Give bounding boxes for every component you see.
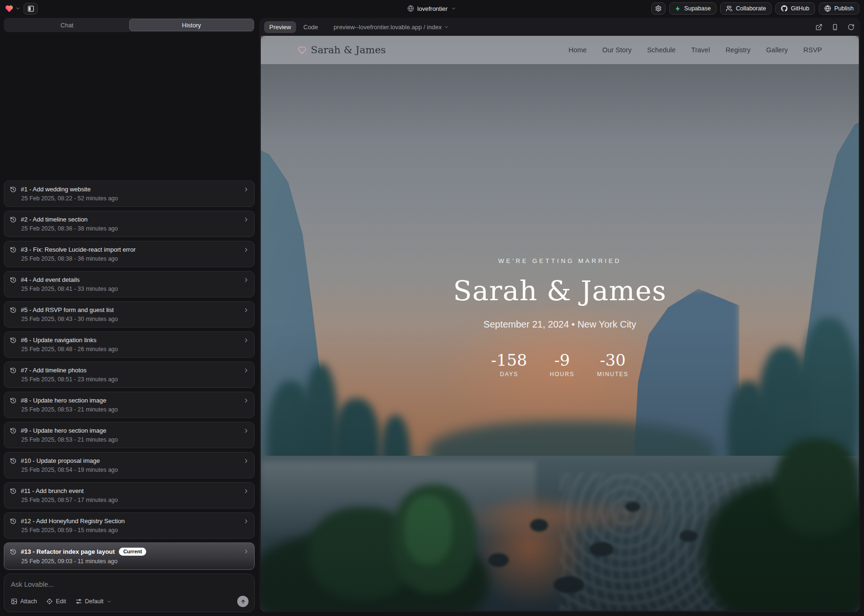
history-item-title: #11 - Add brunch event [21, 487, 83, 494]
nav-rsvp[interactable]: RSVP [804, 46, 822, 54]
github-button[interactable]: GitHub [775, 2, 815, 15]
history-icon [10, 427, 17, 434]
history-item-timestamp: 25 Feb 2025, 08:53 - 21 minutes ago [21, 406, 240, 413]
history-item-timestamp: 25 Feb 2025, 08:38 - 36 minutes ago [21, 255, 240, 262]
history-item-timestamp: 25 Feb 2025, 08:54 - 19 minutes ago [21, 467, 240, 473]
prompt-input[interactable] [11, 581, 249, 588]
history-item-12[interactable]: #12 - Add Honeyfund Registry Section 25 … [4, 512, 255, 539]
tab-preview[interactable]: Preview [264, 21, 296, 33]
countdown-minutes: -30 MINUTES [597, 351, 629, 378]
current-badge: Current [119, 548, 146, 556]
gear-icon [655, 5, 662, 12]
image-icon [11, 598, 17, 605]
history-item-11[interactable]: #11 - Add brunch event 25 Feb 2025, 08:5… [4, 482, 255, 509]
nav-schedule[interactable]: Schedule [647, 46, 675, 54]
chevron-right-icon [243, 246, 249, 253]
nav-gallery[interactable]: Gallery [766, 46, 788, 54]
history-item-5[interactable]: #5 - Add RSVP form and guest list 25 Feb… [4, 301, 255, 328]
site-preview: Sarah & James Home Our Story Schedule Tr… [261, 36, 859, 611]
panel-left-icon [27, 5, 34, 12]
history-icon [10, 518, 17, 525]
hero-title: Sarah & James [453, 275, 666, 307]
history-item-title: #8 - Update hero section image [21, 397, 106, 404]
history-item-3[interactable]: #3 - Fix: Resolve Lucide-react import er… [4, 241, 255, 267]
project-switcher[interactable]: lovefrontier [407, 5, 457, 12]
history-item-1[interactable]: #1 - Add wedding website 25 Feb 2025, 08… [4, 181, 255, 207]
history-item-4[interactable]: #4 - Add event details 25 Feb 2025, 08:4… [4, 271, 255, 297]
chevron-right-icon [243, 367, 249, 374]
globe-icon [407, 5, 414, 12]
history-item-timestamp: 25 Feb 2025, 08:36 - 38 minutes ago [21, 225, 240, 232]
nav-home[interactable]: Home [568, 46, 587, 54]
mobile-view-button[interactable] [831, 24, 839, 31]
collaborate-button[interactable]: Collaborate [720, 2, 772, 15]
sliders-icon [75, 598, 82, 605]
history-item-7[interactable]: #7 - Add timeline photos 25 Feb 2025, 08… [4, 361, 255, 388]
github-icon [781, 5, 788, 12]
nav-travel[interactable]: Travel [691, 46, 710, 54]
site-nav: Home Our Story Schedule Travel Registry … [568, 46, 822, 54]
history-item-title: #12 - Add Honeyfund Registry Section [21, 517, 125, 525]
publish-button[interactable]: Publish [819, 2, 859, 15]
history-item-title: #5 - Add RSVP form and guest list [21, 306, 114, 313]
history-item-8[interactable]: #8 - Update hero section image 25 Feb 20… [4, 392, 255, 418]
attach-button[interactable]: Attach [11, 598, 37, 605]
history-item-title: #1 - Add wedding website [21, 186, 91, 193]
chevron-right-icon [243, 216, 249, 223]
settings-button[interactable] [651, 2, 665, 15]
site-header: Sarah & James Home Our Story Schedule Tr… [261, 36, 859, 64]
hero-section: WE'RE GETTING MARRIED Sarah & James Sept… [261, 36, 859, 611]
history-item-timestamp: 25 Feb 2025, 08:59 - 15 minutes ago [21, 527, 240, 534]
lovable-logo-menu[interactable] [5, 4, 21, 13]
mode-selector[interactable]: Default [75, 598, 112, 605]
countdown-hours: -9 HOURS [550, 351, 574, 378]
history-icon [10, 337, 17, 344]
open-external-button[interactable] [815, 24, 822, 31]
nav-registry[interactable]: Registry [725, 46, 750, 54]
chevron-right-icon [243, 548, 249, 555]
history-item-timestamp: 25 Feb 2025, 08:22 - 52 minutes ago [21, 195, 240, 202]
preview-toolbar: Preview Code preview--lovefrontier.lovab… [259, 18, 860, 36]
history-item-2[interactable]: #2 - Add timeline section 25 Feb 2025, 0… [4, 211, 255, 237]
history-icon [10, 458, 17, 464]
history-item-title: #4 - Add event details [21, 276, 80, 283]
history-item-title: #10 - Update proposal image [21, 457, 100, 464]
refresh-button[interactable] [847, 24, 855, 31]
chevron-down-icon [107, 599, 112, 604]
chevron-right-icon [243, 427, 249, 434]
tab-code[interactable]: Code [298, 21, 323, 33]
chevron-down-icon [15, 6, 21, 11]
nav-our-story[interactable]: Our Story [602, 46, 631, 54]
project-name: lovefrontier [417, 5, 448, 12]
chevron-right-icon [243, 337, 249, 344]
history-icon [10, 186, 17, 193]
history-item-title: #2 - Add timeline section [21, 216, 88, 223]
history-item-title: #9 - Update hero section image [21, 427, 106, 434]
toggle-sidebar-button[interactable] [24, 3, 38, 15]
history-icon [10, 216, 17, 223]
history-item-13-current[interactable]: #13 - Refactor index page layout Current… [4, 542, 255, 570]
edit-button[interactable]: Edit [46, 598, 66, 605]
history-icon [10, 277, 17, 283]
preview-url-selector[interactable]: preview--lovefrontier.lovable.app / inde… [333, 24, 449, 31]
sidebar-tabs: Chat History [4, 18, 255, 32]
site-logo[interactable]: Sarah & James [298, 44, 386, 56]
history-item-6[interactable]: #6 - Update navigation links 25 Feb 2025… [4, 331, 255, 358]
chevron-right-icon [243, 307, 249, 313]
send-button[interactable] [237, 596, 249, 607]
supabase-bolt-icon [675, 6, 681, 12]
tab-history[interactable]: History [129, 19, 254, 31]
history-item-timestamp: 25 Feb 2025, 08:41 - 33 minutes ago [21, 286, 240, 292]
chat-sidebar: Chat History #1 - Add wedding website 25… [0, 17, 258, 616]
history-icon [10, 246, 17, 253]
preview-panel: Preview Code preview--lovefrontier.lovab… [259, 18, 860, 612]
chevron-right-icon [243, 488, 249, 494]
history-item-9[interactable]: #9 - Update hero section image 25 Feb 20… [4, 422, 255, 448]
preview-url: preview--lovefrontier.lovable.app / inde… [333, 24, 441, 31]
history-item-title: #7 - Add timeline photos [21, 367, 86, 374]
tab-chat[interactable]: Chat [5, 19, 129, 31]
supabase-button[interactable]: Supabase [669, 2, 716, 15]
history-icon [10, 397, 17, 404]
history-item-10[interactable]: #10 - Update proposal image 25 Feb 2025,… [4, 452, 255, 478]
history-item-timestamp: 25 Feb 2025, 08:51 - 23 minutes ago [21, 376, 240, 383]
